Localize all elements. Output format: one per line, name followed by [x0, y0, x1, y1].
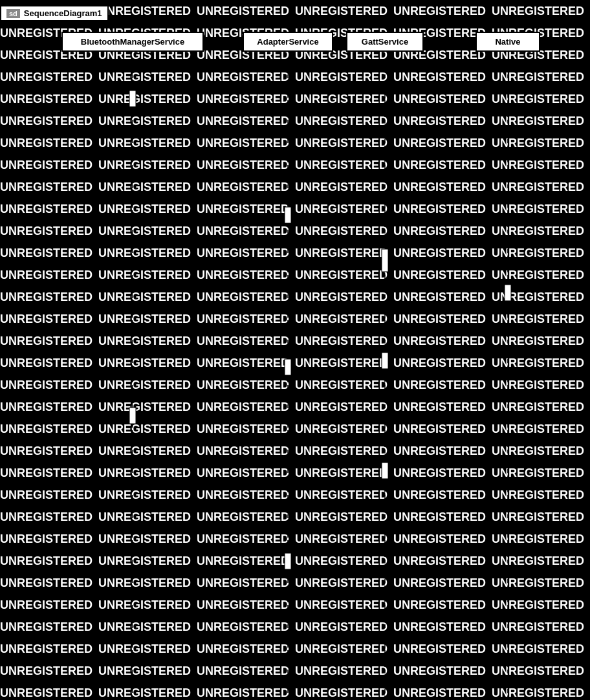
sequence-diagram-svg	[0, 0, 590, 700]
svg-rect-5	[285, 207, 291, 223]
svg-rect-7	[505, 285, 511, 301]
diagram-layer: sd SequenceDiagram1 BluetoothManagerServ…	[0, 0, 590, 700]
svg-rect-12	[285, 553, 291, 569]
svg-rect-4	[129, 91, 136, 107]
svg-rect-9	[285, 359, 291, 375]
svg-rect-6	[382, 249, 388, 272]
svg-rect-11	[382, 463, 388, 479]
svg-rect-10	[129, 408, 136, 424]
svg-rect-8	[382, 353, 388, 369]
